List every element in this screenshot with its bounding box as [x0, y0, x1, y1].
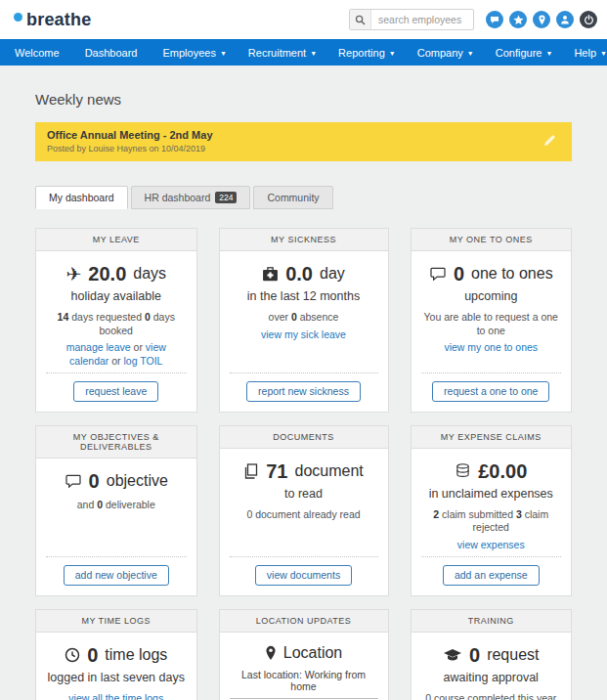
report-sickness-button[interactable]: report new sickness [246, 381, 361, 402]
sickness-stat: 0.0 day [262, 264, 345, 284]
nav-item-reporting[interactable]: Reporting▼ [327, 39, 407, 66]
card-text-line: view expenses [421, 539, 562, 552]
stat-subtitle: awaiting approval [444, 671, 539, 684]
stat-unit: time logs [105, 647, 167, 663]
card-training: TRAINING 0 request awaiting approval 0 c… [411, 609, 573, 700]
news-posted-by: Posted by Louise Haynes on 10/04/2019 [47, 144, 540, 153]
card-my-sickness: MY SICKNESS 0.0 day in the last 12 month… [219, 228, 389, 413]
text-segment: over [269, 311, 291, 323]
view-documents-button[interactable]: view documents [255, 565, 352, 586]
stat-unit: objective [107, 473, 168, 489]
link[interactable]: manage leave [66, 341, 131, 353]
card-text-line: over 0 absence [261, 311, 346, 325]
graduation-cap-icon [443, 648, 462, 662]
tab-hr-dashboard[interactable]: HR dashboard 224 [131, 186, 251, 209]
map-pin-icon [265, 645, 277, 661]
card-title: MY OBJECTIVES & DELIVERABLES [36, 426, 196, 459]
card-my-time-logs: MY TIME LOGS 0 time logs logged in last … [35, 609, 197, 700]
nav-item-configure[interactable]: Configure▼ [485, 39, 564, 66]
request-one-to-one-button[interactable]: request a one to one [432, 381, 549, 402]
add-objective-button[interactable]: add new objective [64, 565, 169, 586]
text-segment: or [131, 341, 146, 353]
plane-icon: ✈ [65, 265, 81, 284]
nav-item-welcome[interactable]: Welcome [4, 39, 74, 66]
logo-text: breathe [26, 10, 91, 30]
card-lines: 14 days requested 0 days bookedmanage le… [46, 307, 187, 369]
location-stat: Location [265, 645, 343, 661]
stat-subtitle: upcoming [464, 289, 517, 303]
card-footer: add new objective [46, 556, 187, 595]
link[interactable]: log TOIL [124, 355, 163, 367]
card-title: MY TIME LOGS [36, 610, 196, 633]
text-segment: and [77, 499, 97, 510]
coins-icon [455, 463, 471, 478]
link[interactable]: view expenses [457, 539, 525, 550]
card-footer: view documents [230, 556, 378, 595]
stat-unit: request [487, 647, 539, 663]
expenses-stat: £0.00 [455, 461, 527, 481]
card-text-line: view my sick leave [261, 328, 346, 342]
card-text-line: 14 days requested 0 days booked [46, 311, 187, 337]
card-text-line: 0 document already read [246, 508, 360, 522]
news-banner: Office Annual Meeting - 2nd May Posted b… [35, 122, 572, 161]
dashboard-cards: MY LEAVE ✈ 20.0 days holiday available 1… [35, 228, 572, 700]
link[interactable]: view all the time logs [68, 692, 163, 700]
chevron-down-icon: ▼ [389, 50, 396, 57]
stat-value: 0 [87, 645, 98, 665]
nav-label: Dashboard [85, 47, 138, 59]
nav-label: Reporting [338, 47, 385, 59]
card-lines: You are able to request a one to oneview… [421, 307, 562, 355]
tab-community[interactable]: Community [253, 186, 332, 209]
card-title: TRAINING [412, 610, 572, 633]
nav-label: Welcome [15, 47, 60, 59]
star-icon[interactable] [509, 11, 527, 28]
nav-item-dashboard[interactable]: Dashboard [74, 39, 152, 66]
card-footer: add an expense [421, 556, 562, 595]
card-text-line: view all the time logs [68, 692, 163, 700]
text-segment: 14 [58, 311, 69, 323]
pencil-icon[interactable] [540, 133, 560, 151]
card-title: MY SICKNESS [220, 229, 388, 251]
card-text-line: and 0 deliverable [77, 499, 155, 512]
link[interactable]: view my one to ones [444, 341, 538, 353]
stat-subtitle: in the last 12 months [247, 289, 360, 303]
dashboard-tabs: My dashboard HR dashboard 224 Community [35, 186, 572, 209]
search-icon[interactable] [350, 10, 371, 29]
speech-bubble-icon [65, 474, 82, 488]
text-segment: You are able to request a one to one [424, 311, 558, 336]
tab-my-dashboard[interactable]: My dashboard [35, 186, 128, 209]
stat-unit: document [294, 463, 363, 479]
nav-item-help[interactable]: Help▼ [563, 39, 607, 66]
card-text-line: manage leave or view calendar or log TOI… [46, 341, 187, 368]
card-text-line: You are able to request a one to one [421, 311, 562, 337]
breathe-logo[interactable]: breathe [10, 10, 91, 30]
location-icon[interactable] [533, 11, 550, 28]
stat-value: 0 [454, 264, 464, 284]
card-title: MY LEAVE [36, 229, 196, 251]
tab-count-badge: 224 [215, 192, 237, 203]
link[interactable]: view my sick leave [261, 328, 346, 340]
nav-item-employees[interactable]: Employees▼ [152, 39, 237, 66]
text-segment: days requested [68, 311, 145, 323]
card-title: DOCUMENTS [220, 426, 388, 449]
stat-subtitle: to read [284, 487, 323, 501]
chat-icon[interactable] [486, 11, 503, 28]
add-expense-button[interactable]: add an expense [443, 565, 540, 586]
text-segment: 0 course completed this year [425, 692, 556, 700]
text-segment: deliverable [103, 499, 155, 510]
power-icon[interactable] [580, 11, 597, 28]
user-icon[interactable] [556, 11, 574, 28]
card-lines: 2 claim submitted 3 claim rejectedview e… [421, 504, 562, 552]
leave-stat: ✈ 20.0 days [65, 264, 166, 284]
nav-item-company[interactable]: Company▼ [407, 39, 485, 66]
card-text-line: view my one to ones [421, 341, 562, 355]
tab-label: Community [267, 192, 319, 203]
page-title: Weekly news [35, 91, 572, 108]
card-text-line: 0 course completed this year [425, 692, 556, 700]
card-my-objectives: MY OBJECTIVES & DELIVERABLES 0 objective… [35, 425, 197, 596]
request-leave-button[interactable]: request leave [73, 381, 158, 402]
chevron-down-icon: ▼ [545, 50, 552, 57]
nav-item-recruitment[interactable]: Recruitment▼ [238, 39, 327, 66]
search-input[interactable] [371, 14, 473, 25]
text-segment: absence [297, 311, 339, 323]
